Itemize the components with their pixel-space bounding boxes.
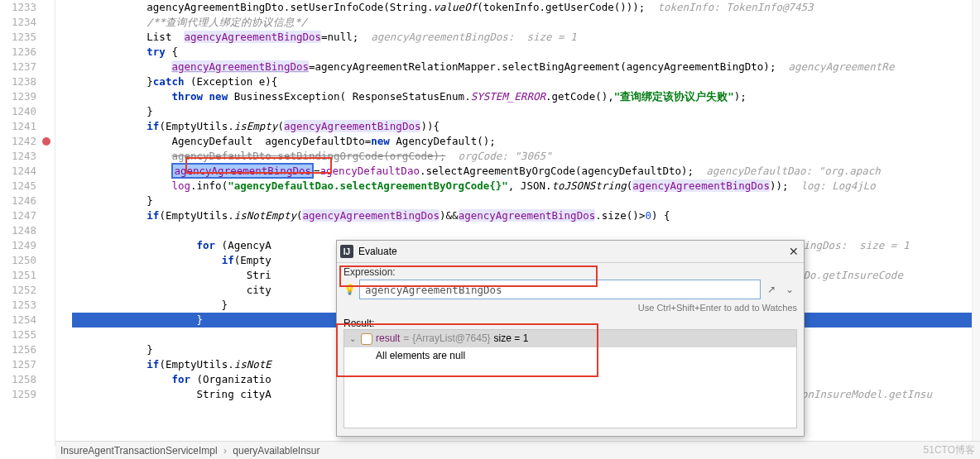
code-line[interactable]: }: [72, 194, 980, 208]
bulb-icon[interactable]: 💡: [343, 284, 356, 295]
line-number[interactable]: 1241: [0, 119, 36, 134]
result-child-row[interactable]: All elements are null: [344, 347, 796, 365]
breadcrumb-method[interactable]: queryAvailableInsur: [233, 445, 319, 457]
line-number[interactable]: 1238: [0, 74, 36, 89]
code-line[interactable]: /**查询代理人绑定的协议信息*/: [72, 15, 980, 30]
line-number[interactable]: 1254: [0, 313, 36, 328]
line-number[interactable]: 1234: [0, 15, 36, 30]
evaluate-dialog[interactable]: IJ Evaluate ✕ Expression: 💡 ↗ ⌄ Use Ctrl…: [336, 240, 805, 437]
code-line[interactable]: }catch (Exception e){: [72, 74, 980, 89]
line-number[interactable]: 1255: [0, 328, 36, 342]
line-number[interactable]: 1242: [0, 134, 36, 149]
line-number[interactable]: 1250: [0, 253, 36, 268]
line-number[interactable]: 1259: [0, 387, 36, 402]
line-number[interactable]: 1233: [0, 0, 36, 15]
line-number[interactable]: 1240: [0, 104, 36, 119]
line-number[interactable]: 1257: [0, 357, 36, 372]
expand-icon[interactable]: ↗: [764, 280, 779, 299]
expression-label: Expression:: [343, 266, 797, 278]
code-line[interactable]: try {: [72, 45, 980, 60]
result-label: Result:: [343, 318, 797, 329]
line-number[interactable]: 1249: [0, 238, 36, 253]
line-number[interactable]: 1244: [0, 164, 36, 179]
line-number[interactable]: 1236: [0, 45, 36, 60]
line-number[interactable]: 1237: [0, 60, 36, 74]
intellij-icon: IJ: [340, 245, 353, 258]
code-line[interactable]: throw new BusinessException( ResponseSta…: [72, 89, 980, 104]
line-number[interactable]: 1243: [0, 149, 36, 164]
code-line[interactable]: [72, 223, 980, 238]
code-line[interactable]: if(EmptyUtils.isNotEmpty(agencyAgreement…: [72, 208, 980, 223]
fold-bar[interactable]: [55, 0, 65, 447]
evaluate-titlebar[interactable]: IJ Evaluate ✕: [337, 241, 804, 263]
line-number-gutter[interactable]: 1233123412351236123712381239124012411242…: [0, 0, 55, 447]
code-line[interactable]: }: [72, 104, 980, 119]
line-number[interactable]: 1253: [0, 298, 36, 313]
chevron-down-icon[interactable]: ⌄: [349, 330, 358, 347]
result-tree[interactable]: ⌄ result = {ArrayList@7645} size = 1 All…: [343, 329, 797, 428]
code-line[interactable]: log.info("agencyDefaultDao.selectAgreeme…: [72, 179, 980, 194]
breadcrumb-class[interactable]: InsureAgentTransactionServiceImpl: [60, 445, 218, 457]
line-number[interactable]: 1248: [0, 223, 36, 238]
line-number[interactable]: 1246: [0, 194, 36, 208]
line-number[interactable]: 1235: [0, 30, 36, 45]
line-number[interactable]: 1239: [0, 89, 36, 104]
code-line[interactable]: agencyAgreementBingDos=agencyAgreementRe…: [72, 60, 980, 74]
code-line[interactable]: agencyAgreementBingDto.setUserInfoCode(S…: [72, 0, 980, 15]
breadcrumb-sep: ›: [223, 445, 227, 457]
line-number[interactable]: 1258: [0, 372, 36, 387]
code-line[interactable]: AgencyDefault agencyDefaultDto=new Agenc…: [72, 134, 980, 149]
close-icon[interactable]: ✕: [789, 245, 799, 258]
result-row[interactable]: ⌄ result = {ArrayList@7645} size = 1: [344, 330, 796, 347]
chevron-down-icon[interactable]: ⌄: [782, 280, 797, 299]
error-stripe[interactable]: [972, 0, 980, 459]
code-line[interactable]: agencyDefaultDto.setBindingOrgCode(orgCo…: [72, 149, 980, 164]
line-number[interactable]: 1252: [0, 283, 36, 298]
line-number[interactable]: 1247: [0, 208, 36, 223]
code-line[interactable]: if(EmptyUtils.isEmpty(agencyAgreementBin…: [72, 119, 980, 134]
expression-input[interactable]: [359, 280, 761, 299]
breadcrumb[interactable]: InsureAgentTransactionServiceImpl › quer…: [55, 441, 980, 459]
line-number[interactable]: 1251: [0, 268, 36, 283]
object-icon: [361, 333, 372, 345]
result-var-name: result: [376, 330, 400, 347]
evaluate-title: Evaluate: [358, 246, 397, 257]
code-line[interactable]: List agencyAgreementBingDos=null; agency…: [72, 30, 980, 45]
line-number[interactable]: 1245: [0, 179, 36, 194]
shortcut-hint: Use Ctrl+Shift+Enter to add to Watches: [343, 303, 797, 313]
code-line[interactable]: agencyAgreementBingDos=agencyDefaultDao.…: [72, 164, 980, 179]
line-number[interactable]: 1256: [0, 342, 36, 357]
